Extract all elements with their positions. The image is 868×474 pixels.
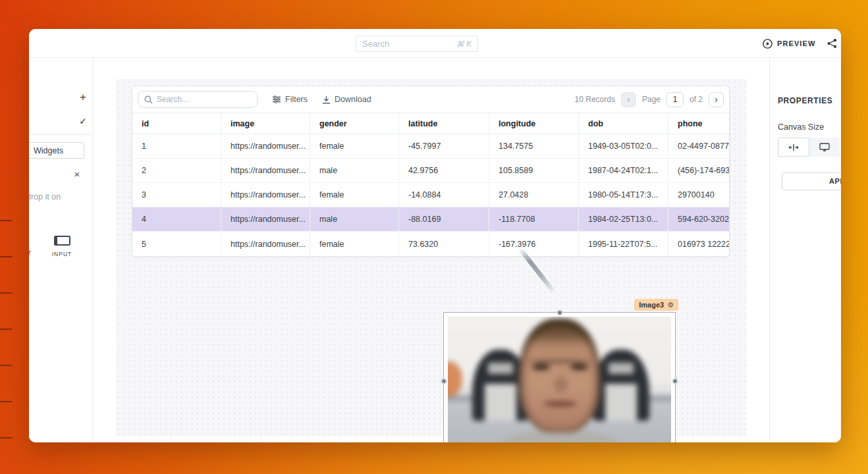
drop-hint-text: drop it on [29, 192, 61, 201]
table-row-selected[interactable]: 4 https://randomuser... male -88.0169 -1… [132, 207, 729, 232]
table-row[interactable]: 3 https://randomuser... female -14.0884 … [132, 183, 729, 207]
add-page-button[interactable]: + [76, 91, 90, 104]
widgets-search-box[interactable] [29, 142, 84, 159]
global-search-field[interactable] [362, 39, 456, 49]
download-label: Download [335, 95, 371, 104]
preview-button[interactable]: PREVIEW [763, 37, 815, 50]
gear-icon[interactable]: ⚙ [667, 302, 674, 309]
app-canvas[interactable]: Filters Download 10 Records ‹ Page of 2 … [116, 79, 746, 436]
previous-page-button[interactable]: ‹ [621, 92, 636, 107]
ruler-tick [0, 401, 12, 402]
desktop-width-button[interactable] [809, 138, 840, 157]
input-widget-card[interactable]: INPUT [46, 236, 78, 257]
resize-handle-left[interactable] [441, 379, 447, 384]
portrait-photo [448, 317, 671, 442]
properties-title: PROPERTIES [778, 96, 832, 105]
close-icon[interactable]: × [71, 169, 83, 180]
canvas-size-label: Canvas Size [778, 122, 824, 132]
column-header-longitude[interactable]: longitude [489, 113, 579, 134]
column-header-image[interactable]: image [221, 113, 310, 134]
topbar: ⌘ K PREVIEW [29, 29, 841, 58]
table-row[interactable]: 1 https://randomuser... female -45.7997 … [132, 134, 729, 159]
column-header-latitude[interactable]: latitude [399, 113, 489, 134]
fluid-width-button[interactable] [778, 138, 809, 157]
share-button[interactable] [825, 37, 839, 50]
ruler-tick [0, 292, 12, 294]
filters-button[interactable]: Filters [272, 95, 308, 104]
page-label: Page [642, 95, 661, 104]
preview-label: PREVIEW [777, 40, 815, 47]
table-toolbar: Filters Download 10 Records ‹ Page of 2 … [132, 86, 729, 113]
page-total-label: of 2 [690, 95, 703, 104]
clipped-widget-label: T [29, 250, 32, 256]
global-search-input[interactable]: ⌘ K [356, 36, 478, 52]
download-button[interactable]: Download [322, 95, 371, 104]
table-header-row: id image gender latitude longitude dob p… [132, 113, 729, 134]
table-search-box[interactable] [138, 91, 258, 108]
apply-button[interactable]: APPLY [782, 172, 841, 190]
table-pagination: 10 Records ‹ Page of 2 › [575, 86, 724, 113]
widget-name-chip[interactable]: Image3 ⚙ [634, 299, 678, 311]
table-row[interactable]: 5 https://randomuser... female 73.6320 -… [132, 232, 729, 256]
properties-panel: PROPERTIES Canvas Size APPLY [770, 58, 841, 442]
column-header-gender[interactable]: gender [310, 113, 399, 134]
ruler-tick [0, 437, 12, 438]
confirm-check-icon[interactable]: ✓ [76, 116, 90, 126]
records-count: 10 Records [575, 95, 615, 104]
ruler-tick [0, 220, 12, 221]
widget-name-label: Image3 [639, 301, 664, 309]
left-sidebar: + ✓ × drop it on T INPUT [29, 58, 94, 442]
resize-handle-top[interactable] [557, 310, 562, 315]
sidebar-divider [29, 134, 93, 135]
page-number-input[interactable] [666, 92, 684, 107]
search-icon [144, 95, 153, 104]
resize-handle-right[interactable] [672, 379, 678, 384]
share-nodes-icon [827, 38, 838, 49]
table-row[interactable]: 2 https://randomuser... male 42.9756 105… [132, 159, 729, 183]
filters-label: Filters [285, 95, 308, 104]
apply-button-label: APPLY [829, 177, 841, 185]
app-builder-window: ⌘ K PREVIEW + ✓ × drop it on T [29, 29, 841, 442]
table-search-field[interactable] [157, 95, 251, 104]
image-widget-image3[interactable]: Image3 ⚙ [443, 312, 676, 442]
widgets-search-field[interactable] [29, 146, 84, 155]
input-widget-icon [54, 236, 70, 246]
canvas-size-toggle [778, 138, 840, 157]
column-header-id[interactable]: id [132, 113, 221, 134]
next-page-button[interactable]: › [709, 92, 724, 107]
table-widget[interactable]: Filters Download 10 Records ‹ Page of 2 … [132, 86, 730, 257]
input-widget-label: INPUT [46, 251, 78, 257]
column-header-phone[interactable]: phone [668, 113, 730, 134]
search-shortcut-hint: ⌘ K [456, 40, 472, 49]
play-circle-icon [763, 39, 773, 49]
horizontal-resize-icon [788, 144, 799, 151]
monitor-icon [819, 143, 830, 151]
column-header-dob[interactable]: dob [579, 113, 668, 134]
filters-icon [272, 95, 281, 103]
ruler-tick [0, 365, 12, 366]
download-icon [322, 95, 331, 104]
ruler-tick [0, 329, 12, 330]
ruler-tick [0, 256, 12, 257]
